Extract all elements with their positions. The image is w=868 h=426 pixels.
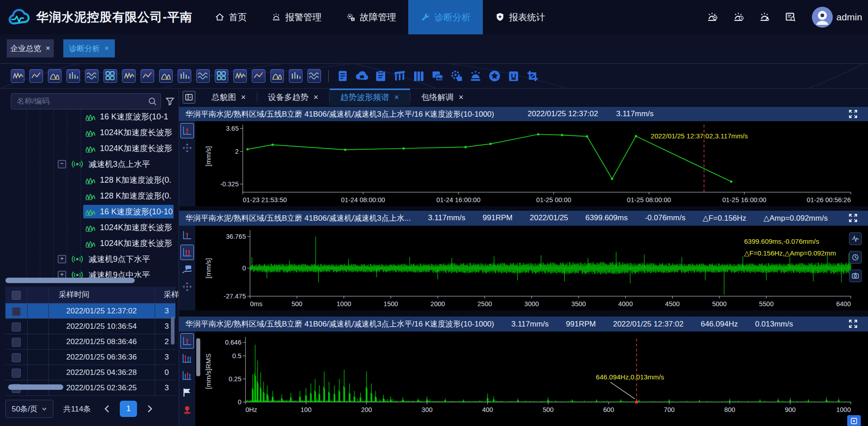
alarm-time-icon[interactable] bbox=[732, 11, 744, 23]
multi-trend-icon[interactable] bbox=[29, 69, 43, 83]
tool-pan-move[interactable] bbox=[180, 279, 194, 294]
table-row[interactable]: 2022/01/25 06:36:363 bbox=[5, 350, 175, 365]
tool-sideband-cursor[interactable] bbox=[180, 368, 194, 383]
fullscreen-icon[interactable] bbox=[848, 109, 858, 119]
dual-waveform-icon[interactable] bbox=[85, 69, 99, 83]
task-list-icon[interactable] bbox=[374, 69, 387, 83]
spectrum-chart[interactable]: 0.6460.50.2500Hz100200300400500600700800… bbox=[179, 331, 868, 426]
alarm-add-icon[interactable] bbox=[706, 11, 718, 23]
close-icon[interactable]: × bbox=[394, 93, 399, 102]
crop-region-icon[interactable] bbox=[526, 69, 539, 83]
trend-chart[interactable]: 3.652-0.32501-23 21:53:5001-24 08:00:000… bbox=[179, 121, 868, 206]
bode-plot-icon[interactable] bbox=[307, 69, 321, 83]
table-row[interactable]: 2022/01/25 04:36:280 bbox=[5, 365, 175, 380]
clipboard-tool-icon[interactable] bbox=[507, 69, 520, 83]
chart-tab-包络解调[interactable]: 包络解调× bbox=[410, 89, 475, 106]
close-icon[interactable]: × bbox=[241, 93, 246, 102]
bar-statistics-icon[interactable] bbox=[159, 69, 173, 83]
close-icon[interactable]: × bbox=[459, 93, 464, 102]
select-all-checkbox[interactable] bbox=[12, 291, 21, 300]
row-checkbox[interactable] bbox=[12, 307, 21, 316]
doc-search-icon[interactable] bbox=[785, 11, 797, 23]
star-medal-icon[interactable] bbox=[488, 69, 501, 83]
close-icon[interactable]: × bbox=[104, 44, 109, 53]
fullscreen-icon[interactable] bbox=[848, 319, 858, 329]
waveform-chart[interactable]: 36.7650-27.4750ms50010001500200025003000… bbox=[179, 226, 868, 310]
table-row[interactable]: 2022/01/25 08:36:462 bbox=[5, 334, 175, 350]
spectrum-overview-icon[interactable] bbox=[66, 69, 80, 83]
history-icon[interactable] bbox=[849, 251, 862, 264]
alarm-user-icon[interactable] bbox=[759, 11, 770, 23]
alarm-bell-icon[interactable] bbox=[469, 69, 482, 83]
cloud-data-icon[interactable] bbox=[355, 69, 368, 83]
wave-with-spectrum-icon[interactable] bbox=[233, 69, 247, 83]
row-checkbox[interactable] bbox=[12, 369, 21, 378]
quad-view-icon[interactable] bbox=[252, 69, 265, 83]
data-route-icon[interactable] bbox=[48, 69, 61, 83]
lw-trend-icon[interactable] bbox=[178, 69, 191, 83]
search-icon[interactable] bbox=[148, 97, 157, 106]
filter-icon[interactable] bbox=[165, 97, 175, 106]
tree-item-label: 128 K加速度波形(0. bbox=[100, 190, 171, 201]
capture-icon[interactable] bbox=[849, 270, 862, 282]
chart-tab-趋势波形频谱[interactable]: 趋势波形频谱× bbox=[330, 89, 410, 106]
close-icon[interactable]: × bbox=[314, 93, 319, 102]
close-icon[interactable]: × bbox=[46, 44, 50, 53]
waterfall-icon[interactable] bbox=[196, 69, 210, 83]
tool-flag-marker[interactable] bbox=[180, 385, 194, 400]
tool-single-cursor[interactable] bbox=[180, 333, 194, 349]
expand-icon[interactable]: + bbox=[58, 271, 66, 278]
fence-diagram-icon[interactable] bbox=[393, 69, 406, 83]
cascade-spectrum-icon[interactable] bbox=[141, 69, 154, 83]
table-horizontal-scrollbar[interactable] bbox=[8, 384, 63, 390]
tool-single-cursor[interactable] bbox=[180, 227, 194, 243]
chart-tab-总貌图[interactable]: 总貌图× bbox=[201, 89, 257, 106]
waveform-icon[interactable] bbox=[849, 232, 862, 245]
twin-spectrum-icon[interactable] bbox=[104, 69, 117, 83]
table-row[interactable]: 2022/01/25 12:37:023 bbox=[5, 303, 175, 319]
tab-diagnosis-analysis[interactable]: 诊断分析 × bbox=[63, 39, 115, 57]
multi-wave-overlay-icon[interactable] bbox=[270, 69, 284, 83]
archive-bars-icon[interactable] bbox=[412, 69, 425, 83]
nav-item-fault[interactable]: 故障管理 bbox=[334, 0, 408, 34]
row-checkbox[interactable] bbox=[12, 338, 21, 347]
search-input[interactable] bbox=[11, 94, 160, 109]
prev-page-button[interactable] bbox=[103, 404, 112, 413]
collapse-panel-icon[interactable] bbox=[183, 91, 195, 104]
collapse-icon[interactable]: − bbox=[58, 160, 66, 168]
table-vertical-scrollbar[interactable] bbox=[171, 317, 175, 345]
expand-icon[interactable]: + bbox=[58, 255, 66, 263]
nav-item-alarm[interactable]: 报警管理 bbox=[259, 0, 334, 34]
tree-horizontal-scrollbar[interactable] bbox=[5, 278, 135, 283]
tool-double-cursor[interactable] bbox=[180, 245, 194, 260]
next-page-button[interactable] bbox=[145, 404, 154, 413]
fullscreen-icon[interactable] bbox=[848, 213, 858, 223]
trend-analysis-icon[interactable] bbox=[11, 69, 24, 83]
tool-note-label[interactable] bbox=[180, 262, 194, 277]
corner-button[interactable] bbox=[847, 415, 861, 426]
col-sample-time[interactable]: 采样时间 bbox=[59, 289, 90, 300]
tool-harmonic-cursor[interactable] bbox=[180, 350, 194, 366]
orbit-analysis-icon[interactable] bbox=[289, 69, 302, 83]
row-checkbox[interactable] bbox=[12, 322, 21, 331]
avatar[interactable] bbox=[812, 7, 833, 28]
current-page-button[interactable]: 1 bbox=[120, 401, 137, 417]
row-checkbox[interactable] bbox=[12, 353, 21, 362]
triple-waveform-icon[interactable] bbox=[122, 69, 136, 83]
tool-single-cursor[interactable] bbox=[180, 123, 194, 138]
tab-enterprise-overview[interactable]: 企业总览 × bbox=[7, 39, 54, 57]
nav-item-home[interactable]: 首页 bbox=[203, 0, 259, 34]
username[interactable]: admin bbox=[836, 0, 862, 34]
nav-item-report[interactable]: 报表统计 bbox=[483, 0, 557, 34]
report-doc-icon[interactable] bbox=[336, 69, 349, 83]
nav-item-diagnosis[interactable]: 诊断分析 bbox=[408, 0, 483, 34]
tool-paint-marker[interactable] bbox=[180, 402, 194, 417]
image-compare-icon[interactable] bbox=[431, 69, 444, 83]
chart-tab-设备多趋势[interactable]: 设备多趋势× bbox=[257, 89, 330, 106]
main-vertical-scrollbar[interactable] bbox=[196, 338, 200, 376]
fa-spectrum-icon[interactable] bbox=[215, 69, 228, 83]
page-size-select[interactable]: 50条/页 bbox=[5, 400, 53, 418]
table-row[interactable]: 2022/01/25 10:36:543 bbox=[5, 319, 175, 334]
gear-config-icon[interactable] bbox=[450, 69, 463, 83]
tool-pan-move[interactable] bbox=[180, 140, 194, 156]
